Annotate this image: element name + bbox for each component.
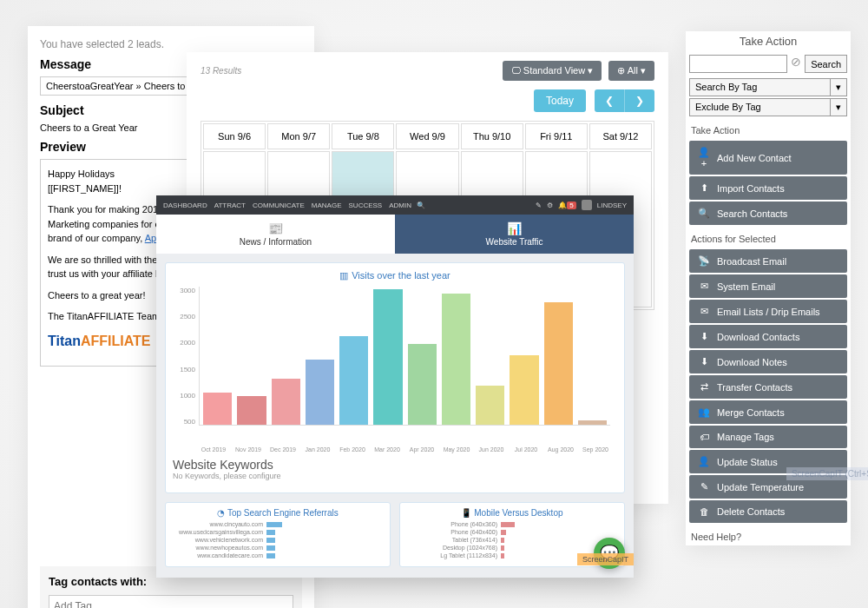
action-icon: 📡 [698, 255, 710, 267]
nav-manage[interactable]: MANAGE [312, 202, 342, 209]
calendar-day-header: Sun 9/6 [203, 123, 266, 149]
calendar-day-header: Thu 9/10 [461, 123, 523, 149]
mini-row: www.vehiclenetwork.com [171, 537, 385, 543]
nav-attract[interactable]: ATTRACT [214, 202, 246, 209]
caret-down-icon: ▾ [830, 79, 846, 96]
gear-icon[interactable]: ⚙ [547, 202, 553, 209]
chart-bar [203, 393, 232, 425]
news-icon: 📰 [163, 221, 388, 235]
chart-bar [373, 289, 402, 425]
action-icon: ✎ [698, 481, 710, 492]
action-icon: 🏷 [698, 432, 710, 442]
action-icon: 🗑 [698, 506, 710, 517]
take-action-header: Take Action [686, 118, 851, 139]
caret-down-icon: ▾ [830, 99, 846, 116]
visits-chart-card: ▥Visits over the last year 3000250020001… [165, 262, 625, 493]
action-download-notes[interactable]: ⬇Download Notes [689, 350, 847, 373]
calendar-day-header: Wed 9/9 [396, 123, 458, 149]
chart-bar [408, 344, 437, 425]
actions-sidebar: Take Action ⊘ Search Search By Tag▾ Excl… [686, 31, 851, 545]
exclude-by-tag-button[interactable]: Exclude By Tag▾ [689, 98, 847, 116]
mini-row: www.cincyauto.com [171, 521, 385, 527]
actions-selected-header: Actions for Selected [686, 227, 851, 248]
edit-icon[interactable]: ✎ [536, 202, 542, 209]
nav-admin[interactable]: ADMIN [389, 202, 411, 209]
calendar-day-header: Sat 9/12 [589, 123, 652, 149]
today-button[interactable]: Today [534, 89, 586, 112]
selected-leads-text: You have selected 2 leads. [40, 38, 302, 50]
keywords-section: Website Keywords No Keywords, please con… [173, 456, 617, 486]
search-button[interactable]: Search [805, 55, 847, 73]
action-import-contacts[interactable]: ⬆Import Contacts [689, 176, 847, 200]
referrals-card: ◔ Top Search Engine Referrals www.cincya… [165, 502, 391, 567]
chart-bar [442, 294, 470, 425]
chart-bar [510, 355, 538, 425]
tab-website-traffic[interactable]: 📊Website Traffic [395, 215, 634, 254]
action-icon: 👤 [698, 456, 710, 467]
preview-greeting: Happy Holidays [[FIRST_NAME]]! [48, 167, 180, 195]
chart-area: 30002500200015001000500 [173, 287, 617, 443]
pie-icon: ◔ [217, 508, 225, 518]
action-broadcast-email[interactable]: 📡Broadcast Email [689, 249, 847, 273]
action-icon: 🔍 [698, 208, 710, 219]
action-download-contacts[interactable]: ⬇Download Contacts [689, 325, 847, 348]
keywords-sub: No Keywords, please configure [173, 472, 617, 480]
clear-search-icon[interactable]: ⊘ [787, 55, 805, 73]
action-icon: 👤+ [698, 147, 710, 169]
alert-icon[interactable]: 🔔5 [558, 202, 575, 209]
mini-row: www.candidatecare.com [171, 552, 385, 558]
add-tag-input[interactable] [49, 595, 293, 609]
action-icon: ⬆ [698, 182, 710, 194]
action-manage-tags[interactable]: 🏷Manage Tags [689, 426, 847, 448]
action-add-new-contact[interactable]: 👤+Add New Contact [689, 141, 847, 175]
nav-success[interactable]: SUCCESS [349, 202, 383, 209]
action-icon: 👥 [698, 406, 710, 418]
dashboard-tabs: 📰News / Information 📊Website Traffic [156, 215, 634, 254]
tab-news[interactable]: 📰News / Information [156, 215, 395, 254]
chart-bar [578, 420, 607, 425]
mini-row: www.newhopeautos.com [171, 545, 385, 551]
action-transfer-contacts[interactable]: ⇄Transfer Contacts [689, 375, 847, 399]
calendar-day-header: Mon 9/7 [267, 123, 330, 149]
mobile-icon: 📱 [461, 508, 471, 518]
calendar-day-header: Fri 9/11 [525, 123, 588, 149]
nav-dashboard[interactable]: DASHBOARD [163, 202, 207, 209]
keywords-header: Website Keywords [173, 458, 617, 472]
screencap-badge: ScreenCapIT [577, 553, 634, 565]
chart-bar [339, 336, 368, 425]
next-week-button[interactable]: ❯ [625, 89, 654, 112]
username: LINDSEY [597, 202, 627, 209]
calendar-day-header: Tue 9/8 [332, 123, 394, 149]
action-search-contacts[interactable]: 🔍Search Contacts [689, 202, 847, 225]
dashboard-topbar: DASHBOARDATTRACTCOMMUNICATEMANAGESUCCESS… [156, 195, 634, 215]
bar-chart-icon: ▥ [339, 270, 348, 281]
all-filter-button[interactable]: ⊕ All ▾ [608, 61, 654, 81]
chart-bar [476, 386, 504, 425]
nav-communicate[interactable]: COMMUNICATE [253, 202, 305, 209]
action-merge-contacts[interactable]: 👥Merge Contacts [689, 400, 847, 424]
search-icon[interactable]: 🔍 [417, 202, 425, 209]
chart-title: ▥Visits over the last year [173, 270, 617, 281]
prev-week-button[interactable]: ❮ [595, 89, 625, 112]
need-help-header: Need Help? [686, 525, 851, 545]
action-delete-contacts[interactable]: 🗑Delete Contacts [689, 500, 847, 523]
chart-bar [544, 302, 573, 425]
chart-bar [237, 396, 266, 425]
chart-icon: 📊 [402, 221, 627, 235]
standard-view-button[interactable]: 🖵 Standard View ▾ [503, 61, 602, 81]
action-icon: ✉ [698, 281, 710, 292]
action-icon: ⇄ [698, 381, 710, 393]
action-icon: ⬇ [698, 356, 710, 367]
avatar[interactable] [582, 200, 592, 210]
action-email-lists-drip-emails[interactable]: ✉Email Lists / Drip Emails [689, 300, 847, 323]
sidebar-title: Take Action [686, 31, 851, 51]
mini-row: Phone (640x360) [405, 521, 619, 527]
watermark-text: ScreenCapIT (Ctrl+Shift+ [786, 467, 868, 480]
dashboard-overlay: DASHBOARDATTRACTCOMMUNICATEMANAGESUCCESS… [156, 195, 634, 578]
results-count: 13 Results [201, 66, 241, 76]
search-input[interactable] [689, 55, 787, 73]
mini-row: Tablet (736x414) [405, 537, 619, 543]
action-system-email[interactable]: ✉System Email [689, 274, 847, 298]
search-by-tag-button[interactable]: Search By Tag▾ [689, 78, 847, 96]
calendar-nav-arrows: ❮ ❯ [595, 89, 654, 112]
